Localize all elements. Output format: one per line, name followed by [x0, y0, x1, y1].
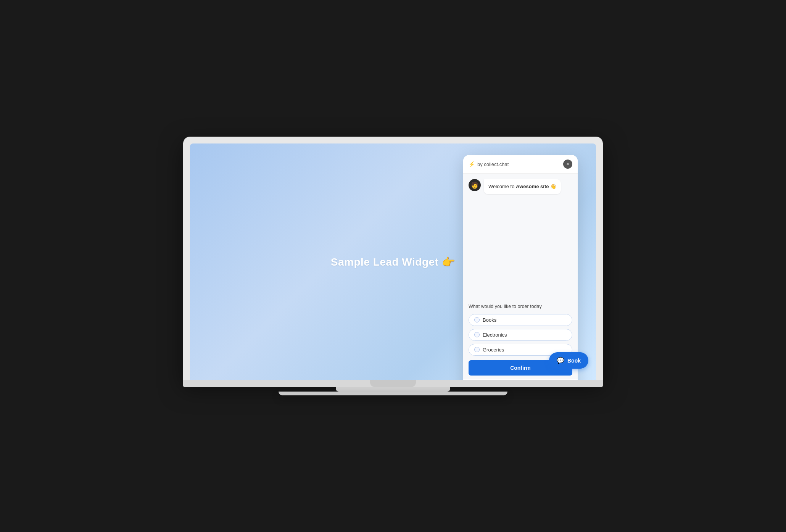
laptop-foot — [279, 392, 507, 395]
bot-avatar: 🧑 — [469, 179, 481, 191]
welcome-prefix: Welcome to — [488, 184, 516, 189]
book-fab-icon: 💬 — [557, 357, 564, 364]
confirm-label: Confirm — [510, 365, 531, 371]
laptop-base — [183, 380, 603, 387]
close-button[interactable]: × — [563, 160, 572, 169]
radio-electronics — [474, 332, 480, 337]
option-books[interactable]: Books — [469, 314, 572, 326]
laptop-notch — [370, 380, 416, 387]
book-fab-label: Book — [567, 358, 581, 364]
hero-label: Sample Lead Widget — [331, 256, 439, 268]
welcome-wave: 👋 — [549, 184, 556, 189]
order-question: What would you like to order today — [469, 303, 572, 310]
site-name: Awesome site — [516, 184, 549, 189]
bot-emoji: 🧑 — [471, 182, 478, 189]
welcome-message-row: 🧑 Welcome to Awesome site 👋 — [469, 179, 572, 194]
lightning-icon: ⚡ — [469, 161, 475, 167]
welcome-bubble: Welcome to Awesome site 👋 — [484, 179, 561, 194]
option-groceries-label: Groceries — [483, 347, 504, 353]
radio-books — [474, 317, 480, 322]
laptop-stand — [336, 387, 450, 392]
hero-text: Sample Lead Widget 👉 — [331, 256, 455, 268]
brand-label: by collect.chat — [477, 161, 509, 167]
laptop-screen: Sample Lead Widget 👉 ⚡ by collect.chat × — [190, 143, 596, 380]
radio-groceries — [474, 347, 480, 352]
laptop-mockup: Sample Lead Widget 👉 ⚡ by collect.chat × — [183, 137, 603, 395]
option-electronics[interactable]: Electronics — [469, 329, 572, 341]
close-icon: × — [566, 161, 569, 167]
hero-emoji: 👉 — [442, 256, 456, 268]
option-electronics-label: Electronics — [483, 332, 507, 338]
laptop-screen-outer: Sample Lead Widget 👉 ⚡ by collect.chat × — [183, 137, 603, 380]
chat-messages-area: 🧑 Welcome to Awesome site 👋 — [463, 174, 578, 303]
option-books-label: Books — [483, 317, 496, 323]
book-fab-button[interactable]: 💬 Book — [549, 352, 588, 369]
chat-widget: ⚡ by collect.chat × 🧑 Welcome to Awe — [463, 155, 578, 380]
chat-header: ⚡ by collect.chat × — [463, 155, 578, 174]
chat-brand: ⚡ by collect.chat — [469, 161, 509, 167]
